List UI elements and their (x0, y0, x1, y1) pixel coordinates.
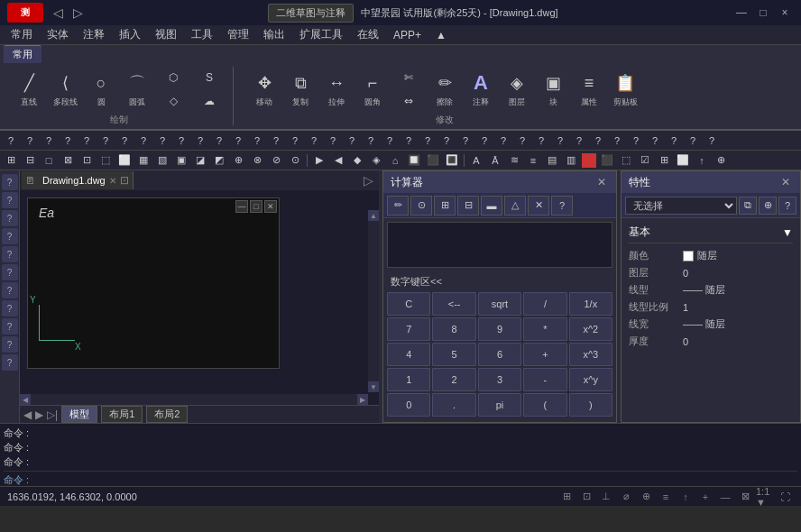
tb2-icon-37[interactable]: ⊕ (712, 152, 730, 169)
canvas-maximize[interactable]: □ (250, 200, 262, 213)
calc-btn-minus[interactable]: - (523, 368, 566, 391)
sidebar-icon-10[interactable]: ? (2, 336, 18, 353)
tb-icon-28[interactable]: ? (513, 133, 531, 149)
tb-icon-36[interactable]: ? (665, 133, 683, 149)
calc-btn-1[interactable]: 1 (387, 368, 430, 391)
status-ducs-btn[interactable]: ↑ (677, 489, 695, 505)
scroll-up-btn[interactable]: ▲ (368, 210, 379, 221)
tb2-icon-29[interactable]: ▤ (543, 152, 561, 169)
props-select[interactable]: 无选择 (625, 197, 737, 215)
btn-复制[interactable]: ⧉ 复制 (284, 69, 317, 110)
status-grid-btn[interactable]: ⊞ (557, 489, 575, 505)
tb2-icon-12[interactable]: ◩ (210, 152, 228, 169)
sidebar-icon-3[interactable]: ? (2, 210, 18, 226)
calc-close-btn[interactable]: ✕ (594, 175, 609, 189)
tb2-icon-3[interactable]: □ (40, 152, 58, 169)
tb-icon-25[interactable]: ? (456, 133, 474, 149)
tb2-icon-8[interactable]: ▦ (134, 152, 152, 169)
minimize-btn[interactable]: — (732, 5, 750, 21)
tb2-icon-36[interactable]: ↑ (693, 152, 711, 169)
tb2-icon-31[interactable]: ⬛ (598, 152, 616, 169)
tb-icon-1[interactable]: ? (2, 133, 20, 149)
drawing-canvas[interactable]: — □ ✕ X Y Ea ▲ (20, 190, 379, 405)
maximize-btn[interactable]: □ (754, 5, 772, 21)
calc-btn-8[interactable]: 8 (432, 317, 475, 341)
btn-圆角[interactable]: ⌐ 圆角 (356, 69, 389, 110)
tb2-icon-7[interactable]: ⬜ (115, 152, 134, 169)
calc-btn-inv[interactable]: 1/x (569, 292, 612, 316)
tb2-icon-33[interactable]: ☑ (636, 152, 654, 169)
tb-icon-8[interactable]: ? (134, 133, 152, 149)
menu-视图[interactable]: 视图 (148, 25, 184, 44)
model-nav-next[interactable]: ▶ (35, 408, 43, 421)
calc-btn-sq3[interactable]: x^3 (569, 343, 612, 366)
sidebar-icon-8[interactable]: ? (2, 300, 18, 316)
menu-插入[interactable]: 插入 (112, 25, 148, 44)
menu-在线[interactable]: 在线 (350, 25, 386, 44)
color-indicator[interactable] (582, 153, 596, 168)
tb-icon-26[interactable]: ? (475, 133, 493, 149)
tb2-icon-9[interactable]: ▧ (153, 152, 171, 169)
tb2-icon-19[interactable]: ◆ (348, 152, 366, 169)
calc-btn-2[interactable]: 2 (432, 368, 475, 391)
calc-tb-3[interactable]: ⊞ (434, 196, 456, 216)
tb-icon-27[interactable]: ? (494, 133, 512, 149)
calc-btn-3[interactable]: 3 (478, 368, 521, 391)
btn-shape3[interactable]: S (193, 67, 226, 88)
tb2-icon-6[interactable]: ⬚ (97, 152, 115, 169)
btn-拉伸[interactable]: ↔ 拉伸 (320, 69, 353, 110)
btn-注释[interactable]: A 注释 (465, 69, 497, 110)
tb-icon-23[interactable]: ? (419, 133, 437, 149)
calc-btn-4[interactable]: 4 (387, 343, 430, 366)
drawing-tab-1[interactable]: Drawing1.dwg (39, 171, 109, 189)
sidebar-icon-11[interactable]: ? (2, 354, 18, 371)
sidebar-icon-9[interactable]: ? (2, 318, 18, 335)
menu-APP[interactable]: APP+ (386, 27, 428, 43)
status-ortho-btn[interactable]: ⊥ (597, 489, 615, 505)
tb2-icon-11[interactable]: ◪ (191, 152, 209, 169)
status-osnap-btn[interactable]: ⊕ (637, 489, 655, 505)
calc-btn-dot[interactable]: . (432, 393, 475, 417)
btn-shape2[interactable]: ◇ (157, 90, 189, 112)
cmd-input[interactable] (32, 475, 797, 486)
tb2-icon-27[interactable]: ≋ (505, 152, 523, 169)
tb2-icon-1[interactable]: ⊞ (2, 152, 20, 169)
tb2-icon-5[interactable]: ⊡ (78, 152, 96, 169)
status-dyn-btn[interactable]: + (696, 489, 714, 505)
tb2-icon-20[interactable]: ◈ (367, 152, 385, 169)
tb-icon-37[interactable]: ? (684, 133, 702, 149)
tb2-icon-32[interactable]: ⬚ (617, 152, 635, 169)
btn-移动[interactable]: ✥ 移动 (248, 69, 281, 110)
tb2-icon-4[interactable]: ⊠ (59, 152, 77, 169)
tb2-icon-14[interactable]: ⊗ (248, 152, 266, 169)
tb-icon-14[interactable]: ? (248, 133, 266, 149)
menu-实体[interactable]: 实体 (40, 25, 76, 44)
tb-icon-3[interactable]: ? (40, 133, 58, 149)
menu-管理[interactable]: 管理 (220, 25, 256, 44)
btn-圆弧[interactable]: ⌒ 圆弧 (121, 69, 153, 110)
menu-工具[interactable]: 工具 (184, 25, 220, 44)
calc-btn-plus[interactable]: + (523, 343, 566, 366)
tb-icon-21[interactable]: ? (381, 133, 399, 149)
menu-常用[interactable]: 常用 (4, 25, 40, 44)
btn-trim[interactable]: ✄ (392, 67, 425, 88)
calc-tb-1[interactable]: ✏ (387, 196, 409, 216)
scroll-left-btn[interactable]: ◀ (20, 394, 31, 405)
canvas-minimize[interactable]: — (235, 200, 248, 213)
calc-tb-4[interactable]: ⊟ (457, 196, 479, 216)
tb-icon-33[interactable]: ? (608, 133, 626, 149)
tb-icon-9[interactable]: ? (153, 133, 171, 149)
props-tb-2[interactable]: ⊕ (759, 197, 777, 215)
tb-icon-32[interactable]: ? (589, 133, 607, 149)
tb-icon-10[interactable]: ? (172, 133, 190, 149)
tb-icon-20[interactable]: ? (362, 133, 380, 149)
menu-输出[interactable]: 输出 (256, 25, 292, 44)
calc-btn-sqrt[interactable]: sqrt (478, 292, 521, 316)
sidebar-icon-2[interactable]: ? (2, 192, 18, 208)
status-polar-btn[interactable]: ⌀ (617, 489, 635, 505)
tb-icon-31[interactable]: ? (570, 133, 588, 149)
btn-擦除[interactable]: ✏ 擦除 (428, 69, 461, 110)
menu-扩展工具[interactable]: 扩展工具 (292, 25, 350, 44)
props-tb-3[interactable]: ? (778, 197, 796, 215)
tb-icon-15[interactable]: ? (267, 133, 285, 149)
